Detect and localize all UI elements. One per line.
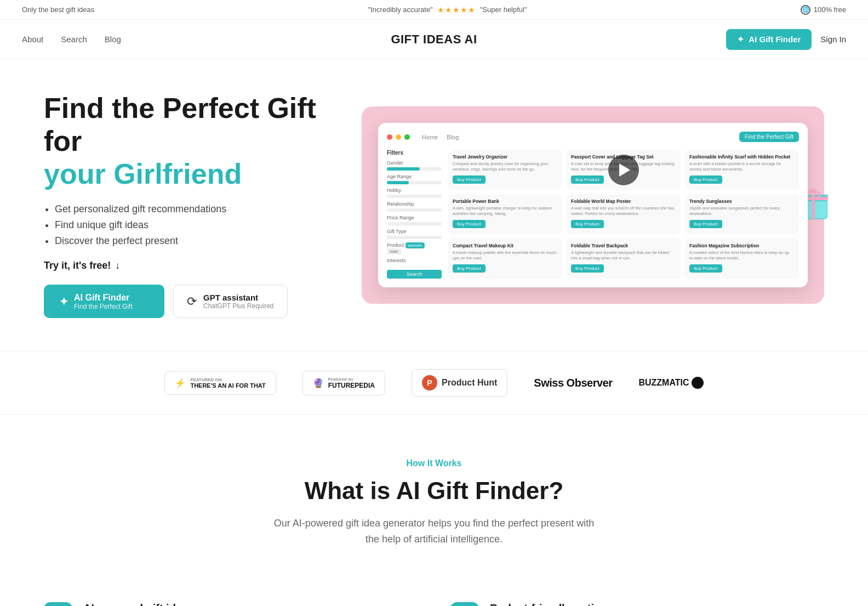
hero-ai-finder-button[interactable]: ✦ AI Gift Finder Find the Perfect Gift [44, 285, 164, 318]
nav-about[interactable]: About [22, 35, 43, 44]
mockup-products: Travel Jewelry Organizer Compact and stu… [448, 150, 799, 279]
feature-ai-ideas: ≡ AI-powered gift ideas We have the most… [44, 602, 418, 606]
arrow-down-icon: ↓ [115, 260, 120, 271]
nav-ai-finder-button[interactable]: ✦ AI Gift Finder [726, 29, 812, 50]
feature-ai-text: AI-powered gift ideas We have the most a… [83, 602, 312, 606]
mockup-filters: Filters Gender Age Range Hobby Relat [387, 150, 442, 279]
nav-left: About Search Blog [22, 35, 121, 44]
filter-age: Age Range [387, 174, 442, 184]
bullet-2: Find unique gift ideas [55, 219, 329, 231]
video-play-button[interactable] [608, 155, 639, 185]
feature-budget-title: Budget-friendly options [490, 602, 727, 606]
filter-interests: Interests [387, 258, 442, 263]
press-ai-for-that: ⚡ FEATURED ON THERE'S AN AI FOR THAT [164, 371, 276, 395]
site-logo: GIFT IDEAS AI [391, 32, 477, 47]
nav-search[interactable]: Search [61, 35, 87, 44]
press-bar: ⚡ FEATURED ON THERE'S AN AI FOR THAT 🔮 F… [0, 351, 868, 415]
nav-ai-finder-label: AI Gift Finder [749, 35, 801, 44]
press-buzzmatic: BUZZMATIC [638, 377, 703, 389]
product-btn-2[interactable]: Buy Product [689, 175, 722, 184]
top-bar-left: Only the best gift ideas [22, 5, 94, 14]
product-hunt-text: Product Hunt [442, 378, 497, 388]
top-bar-center: "Incredibly accurate" ★★★★★ "Super helpf… [368, 5, 527, 14]
mockup-window: Home Blog Find the Perfect Gift Filters … [378, 123, 808, 287]
globe-icon: 🌐 [801, 5, 810, 15]
quote1: "Incredibly accurate" [368, 5, 432, 14]
product-card-4: Foldable World Map Poster A wall map tha… [567, 194, 681, 234]
product-btn-1[interactable]: Buy Product [571, 175, 604, 184]
sign-in-button[interactable]: Sign In [820, 35, 846, 44]
free-label: 100% free [814, 5, 846, 14]
dot-red [387, 134, 392, 140]
bullet-3: Discover the perfect present [55, 235, 329, 247]
how-label: How It Works [44, 458, 824, 468]
product-card-1: Passport Cover and Luggage Tag Set A cut… [567, 150, 681, 190]
tag-women: women [406, 242, 425, 248]
sparkle-icon: ✦ [737, 35, 744, 44]
mockup-find-button[interactable]: Find the Perfect Gift [739, 132, 799, 142]
nav-right: ✦ AI Gift Finder Sign In [726, 29, 846, 50]
hero-try-text: Try it, it's free! ↓ [44, 260, 329, 271]
product-card-3: Portable Power Bank A slim, lightweight … [448, 194, 562, 234]
play-icon [619, 163, 630, 177]
product-btn-6[interactable]: Buy Product [453, 264, 486, 273]
features-row: ≡ AI-powered gift ideas We have the most… [0, 602, 868, 606]
feature-ai-title: AI-powered gift ideas [83, 602, 312, 606]
feature-icon-ticket: 🎟 [450, 602, 479, 606]
hero-section: Find the Perfect Gift for your Girlfrien… [0, 59, 868, 351]
buzzmatic-dot [692, 377, 704, 389]
how-desc: Our AI-powered gift idea generator helps… [270, 516, 598, 547]
product-btn-5[interactable]: Buy Product [689, 220, 722, 228]
filter-search-button[interactable]: Search [387, 270, 442, 279]
featured-on-label2: Featured on [328, 377, 375, 382]
product-card-5: Trendy Sunglasses Stylish and wearable s… [685, 194, 799, 234]
product-btn-8[interactable]: Buy Product [689, 264, 722, 273]
hero-title-line1: Find the Perfect Gift for [44, 92, 316, 157]
feature-budget: 🎟 Budget-friendly options We are 100% fr… [450, 602, 824, 606]
hero-bullets: Get personalized gift recommendations Fi… [44, 203, 329, 247]
mockup-nav-blog: Blog [447, 134, 459, 140]
product-card-2: Fashionable Infinity Scarf with Hidden P… [685, 150, 799, 190]
filter-product: Product women men [387, 242, 442, 254]
ai-for-that-icon: ⚡ [175, 378, 186, 388]
sparkle-icon-btn: ✦ [59, 295, 68, 308]
product-btn-3[interactable]: Buy Product [453, 220, 486, 228]
hero-btn-primary-text: AI Gift Finder Find the Perfect Gift [74, 293, 133, 310]
press-product-hunt: P Product Hunt [412, 369, 507, 397]
filter-hobby: Hobby [387, 188, 442, 198]
quote2: "Super helpful" [480, 5, 527, 14]
mockup-titlebar: Home Blog Find the Perfect Gift [387, 132, 799, 142]
openai-icon: ⟳ [187, 294, 197, 309]
filters-title: Filters [387, 150, 442, 156]
star-rating: ★★★★★ [437, 5, 476, 14]
hero-gpt-button[interactable]: ⟳ GPT assistant ChatGPT Plus Required [173, 285, 288, 318]
product-card-0: Travel Jewelry Organizer Compact and stu… [448, 150, 562, 190]
hero-title-line2: your Girlfriend [44, 158, 242, 190]
product-btn-0[interactable]: Buy Product [453, 175, 486, 184]
product-btn-4[interactable]: Buy Product [571, 220, 604, 228]
filter-gender: Gender [387, 160, 442, 171]
top-bar: Only the best gift ideas "Incredibly acc… [0, 0, 868, 20]
press-swiss-observer: Swiss Observer [534, 377, 612, 389]
bullet-1: Get personalized gift recommendations [55, 203, 329, 215]
product-btn-7[interactable]: Buy Product [571, 264, 604, 273]
filter-gift-type: Gift Type [387, 229, 442, 239]
feature-budget-text: Budget-friendly options We are 100% free… [490, 602, 727, 606]
product-card-8: Fashion Magazine Subscription A curated … [685, 239, 799, 279]
hero-title: Find the Perfect Gift for your Girlfrien… [44, 92, 329, 190]
ph-icon: P [422, 375, 437, 390]
how-it-works-section: How It Works What is AI Gift Finder? Our… [0, 415, 868, 602]
nav-blog[interactable]: Blog [105, 35, 121, 44]
how-title: What is AI Gift Finder? [44, 477, 824, 505]
dot-yellow [396, 134, 401, 140]
product-card-7: Foldable Travel Backpack A lightweight a… [567, 239, 681, 279]
press-futurepedia: 🔮 Featured on FUTUREPEDIA [302, 371, 385, 395]
hero-btn-gpt-text: GPT assistant ChatGPT Plus Required [203, 293, 274, 310]
filter-price: Price Range [387, 215, 442, 225]
mockup-nav-home: Home [422, 134, 438, 140]
product-card-6: Compact Travel Makeup Kit A travel makeu… [448, 239, 562, 279]
ai-for-that-text: THERE'S AN AI FOR THAT [190, 382, 265, 389]
mockup-content: Filters Gender Age Range Hobby Relat [387, 150, 799, 279]
top-bar-left-text: Only the best gift ideas [22, 5, 94, 14]
navbar: About Search Blog GIFT IDEAS AI ✦ AI Gif… [0, 20, 868, 59]
